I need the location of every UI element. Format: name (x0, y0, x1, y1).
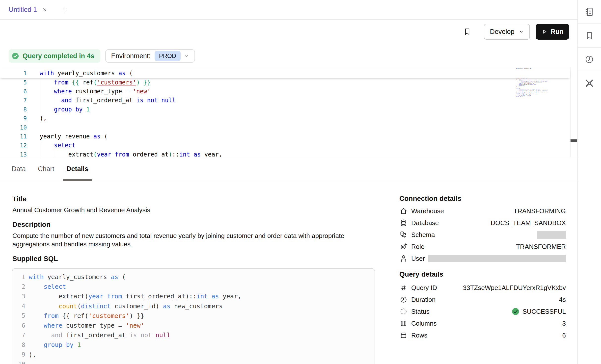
sidebar-lineage-button[interactable] (578, 71, 601, 95)
sidebar-clock-button[interactable] (578, 48, 601, 71)
run-label: Run (551, 28, 564, 36)
detail-row-columns: Columns3 (399, 317, 566, 329)
detail-row-user: User (399, 253, 566, 264)
description-heading: Description (12, 221, 382, 229)
sql-line-4: 4count(distinct customer_id) as new_cust… (16, 301, 375, 311)
detail-value: 6 (562, 332, 566, 339)
sql-line-2: 2select (16, 282, 375, 291)
sql-line-10: 10 (16, 360, 375, 364)
detail-label: Rows (411, 332, 427, 339)
detail-label: Schema (411, 231, 435, 239)
run-button[interactable]: Run (536, 24, 569, 40)
chevron-down-icon (519, 29, 524, 34)
rows-icon (399, 331, 408, 339)
sql-editor[interactable]: Query completed in 4s Environment: PROD … (0, 44, 577, 157)
editor-line-5[interactable]: 5from {{ ref('customers') }} (0, 78, 570, 87)
detail-row-database: DatabaseDOCS_TEAM_SANDBOX (399, 217, 566, 229)
details-sidebar: Connection details WarehouseTRANSFORMING… (399, 181, 566, 341)
editor-line-9[interactable]: 9), (0, 114, 570, 123)
warehouse-icon (399, 207, 408, 215)
description-value: Compute the number of new customers and … (12, 232, 357, 248)
editor-scrollbar-track (570, 68, 571, 157)
editor-line-11[interactable]: 11yearly_revenue as ( (0, 132, 570, 141)
editor-line-6[interactable]: 6where customer_type = 'new' (0, 87, 570, 96)
develop-label: Develop (490, 28, 514, 36)
detail-value: TRANSFORMING (514, 207, 566, 215)
chevron-down-icon (185, 54, 189, 58)
sidebar-notebook-button[interactable] (578, 0, 601, 24)
environment-label: Environment: (111, 52, 151, 60)
sticky-code-line[interactable]: 1with yearly_customers as ( (0, 69, 570, 78)
clock-icon (585, 55, 594, 64)
editor-line-12[interactable]: 12select (0, 141, 570, 150)
connection-details-heading: Connection details (399, 195, 566, 203)
schema-icon (399, 231, 408, 239)
database-icon (399, 219, 408, 227)
detail-label: Status (411, 308, 430, 315)
detail-label: User (411, 255, 425, 262)
detail-value: DOCS_TEAM_SANDBOX (491, 219, 566, 227)
lineage-icon (584, 78, 595, 88)
editor-line-10[interactable]: 10 (0, 123, 570, 132)
hash-icon (399, 284, 408, 292)
sql-line-7: 7and first_ordered_at is not null (16, 330, 375, 340)
detail-row-schema: Schema (399, 229, 566, 241)
detail-value: 33TZseWpe1ALFDUYerxR1gVKxbv (463, 284, 566, 292)
sidebar-bookmark-button[interactable] (578, 24, 601, 48)
title-heading: Title (12, 195, 382, 203)
code-lines[interactable]: 5from {{ ref('customers') }}6where custo… (0, 78, 570, 157)
tab-details[interactable]: Details (63, 157, 92, 181)
environment-value-badge: PROD (155, 51, 181, 61)
query-details-heading: Query details (399, 270, 566, 278)
clock-icon (399, 295, 408, 304)
detail-value: SUCCESSFUL (522, 308, 566, 315)
tab-data[interactable]: Data (8, 157, 29, 181)
redacted-value (428, 255, 566, 262)
detail-value: 4s (559, 296, 566, 304)
sql-line-6: 6where customer_type = 'new' (16, 321, 375, 330)
detail-label: Columns (411, 320, 437, 327)
check-circle-icon (12, 52, 19, 60)
editor-line-13[interactable]: 13extract(year from ordered_at)::int as … (0, 150, 570, 157)
detail-label: Duration (411, 296, 436, 304)
role-icon (399, 242, 408, 251)
user-icon (399, 254, 408, 263)
detail-label: Query ID (411, 284, 437, 292)
editor-status-row: Query completed in 4s Environment: PROD (9, 49, 195, 63)
editor-scrollbar-thumb[interactable] (571, 139, 577, 142)
success-badge-icon (512, 308, 519, 315)
new-tab-button[interactable] (60, 6, 68, 14)
title-value: Annual Customer Growth and Revenue Analy… (12, 206, 382, 214)
detail-row-warehouse: WarehouseTRANSFORMING (399, 205, 566, 217)
app-window: Untitled 1 Develop Run (0, 0, 601, 364)
editor-tab-bar: Untitled 1 (0, 0, 577, 20)
tab-untitled-1[interactable]: Untitled 1 (0, 0, 54, 19)
detail-row-duration: Duration4s (399, 294, 566, 306)
loader-icon (399, 307, 408, 316)
editor-line-8[interactable]: 8group by 1 (0, 105, 570, 114)
detail-label: Role (411, 243, 424, 251)
detail-label: Warehouse (411, 207, 444, 215)
notebook-icon (584, 7, 594, 17)
supplied-sql-code-block: 1with yearly_customers as (2select3extra… (12, 268, 375, 364)
tab-title: Untitled 1 (9, 6, 37, 14)
editor-line-7[interactable]: 7and first_ordered_at is not null (0, 96, 570, 105)
right-icon-sidebar (577, 0, 601, 364)
develop-dropdown[interactable]: Develop (484, 24, 530, 40)
tab-chart[interactable]: Chart (34, 157, 58, 181)
close-icon[interactable] (42, 7, 48, 13)
bookmark-icon (585, 31, 594, 40)
bookmark-icon[interactable] (463, 27, 471, 36)
toolbar: Develop Run (0, 20, 577, 44)
redacted-value (537, 231, 566, 239)
detail-row-role: RoleTRANSFORMER (399, 241, 566, 253)
editor-line-1[interactable]: 1with yearly_customers as ( (0, 69, 570, 78)
columns-icon (399, 319, 408, 328)
detail-value: 3 (562, 320, 566, 327)
query-status-text: Query completed in 4s (23, 52, 94, 60)
environment-dropdown[interactable]: Environment: PROD (105, 49, 195, 63)
sql-line-3: 3extract(year from first_ordered_at)::in… (16, 291, 375, 301)
play-icon (541, 28, 548, 35)
details-panel: Title Annual Customer Growth and Revenue… (12, 181, 382, 364)
detail-label: Database (411, 219, 439, 227)
